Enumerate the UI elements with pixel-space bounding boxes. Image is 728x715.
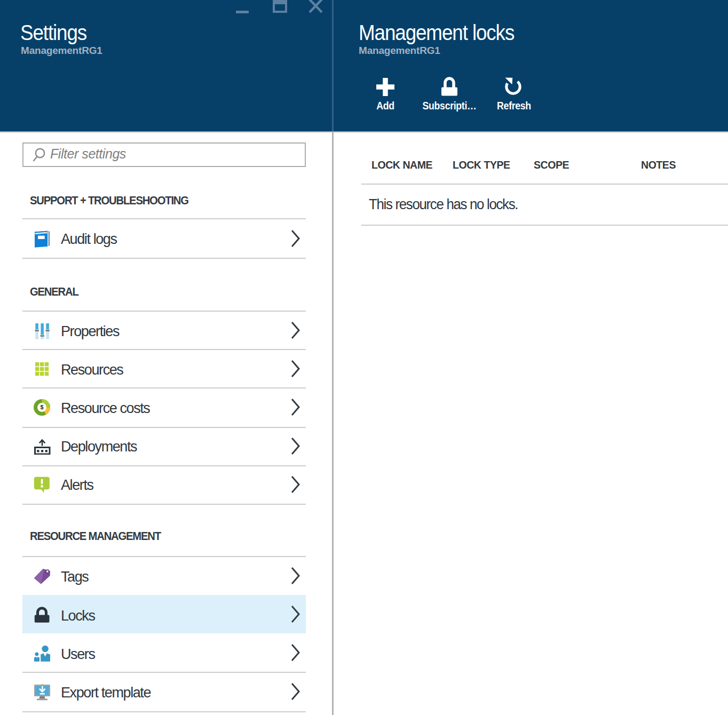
svg-text:$: $ xyxy=(41,404,44,410)
